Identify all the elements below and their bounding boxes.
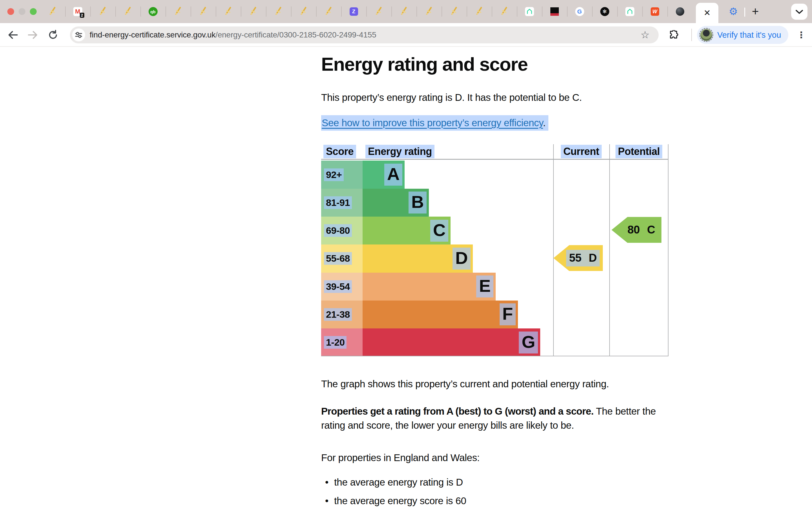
active-tab[interactable]: ✕ xyxy=(696,3,718,23)
pinned-tab-home-teal[interactable] xyxy=(517,0,542,23)
gold-glyph-icon xyxy=(500,7,509,16)
pinned-tab-settings-gear[interactable]: ⚙ xyxy=(722,0,744,23)
tab-close-icon[interactable]: ✕ xyxy=(703,9,711,17)
pinned-tab-wave[interactable]: W xyxy=(642,0,667,23)
epc-score-range-cell: 69-80 xyxy=(321,217,363,244)
pinned-tab-chatgpt[interactable]: ✻ xyxy=(592,0,617,23)
pinned-tab-gold-glyph[interactable] xyxy=(366,0,391,23)
pinned-tab-gold-glyph[interactable] xyxy=(241,0,266,23)
profile-verify-button[interactable]: Verify that it's you xyxy=(697,26,788,44)
dark-sphere-icon xyxy=(675,7,685,16)
gold-glyph-icon xyxy=(449,7,459,16)
pinned-tab-gold-glyph[interactable] xyxy=(90,0,115,23)
epc-band-row-A: 92+A xyxy=(321,161,668,188)
pinned-tab-gold-glyph[interactable] xyxy=(165,0,191,23)
chatgpt-icon: ✻ xyxy=(600,7,610,16)
window-close-button[interactable] xyxy=(7,8,14,15)
epc-score-range: 81-91 xyxy=(324,196,352,209)
site-settings-button[interactable] xyxy=(72,29,85,41)
gold-glyph-icon xyxy=(424,7,434,16)
pinned-tab-gold-glyph[interactable] xyxy=(115,0,140,23)
epc-band-letter: A xyxy=(384,164,402,186)
pinned-tab-gold-glyph[interactable] xyxy=(40,0,65,23)
tab-search-button[interactable] xyxy=(791,4,808,20)
avatar xyxy=(699,28,713,42)
z-app-icon: Z xyxy=(349,7,359,16)
pinned-tab-gold-glyph[interactable] xyxy=(391,0,416,23)
gold-glyph-icon xyxy=(123,7,133,16)
pinned-tab-gold-glyph[interactable] xyxy=(416,0,442,23)
epc-score-range: 69-80 xyxy=(324,224,352,237)
epc-column-divider xyxy=(553,144,554,356)
home-teal-icon xyxy=(525,7,534,16)
epc-band-bar-B: B xyxy=(363,189,429,217)
gmail-icon: M2 xyxy=(73,7,83,16)
improve-link-line: See how to improve this property’s energ… xyxy=(321,117,812,128)
window-minimize-button[interactable] xyxy=(18,8,26,15)
pinned-tab-black-red[interactable] xyxy=(542,0,567,23)
pinned-tab-gmail[interactable]: M2 xyxy=(65,0,90,23)
epc-band-letter: B xyxy=(409,191,426,214)
black-red-icon xyxy=(550,7,559,16)
reload-icon xyxy=(48,30,58,40)
window-controls xyxy=(7,8,37,15)
back-arrow-icon xyxy=(8,31,18,40)
pinned-tab-quickbooks[interactable]: qb xyxy=(140,0,165,23)
list-item: the average energy rating is D xyxy=(321,476,812,489)
epc-band-bar-F: F xyxy=(363,300,518,328)
pinned-tab-gold-glyph[interactable] xyxy=(291,0,316,23)
pinned-tab-gold-glyph[interactable] xyxy=(492,0,517,23)
back-button[interactable] xyxy=(5,27,21,43)
epc-score-range-cell: 92+ xyxy=(321,161,363,188)
pinned-tab-gold-glyph[interactable] xyxy=(266,0,291,23)
browser-menu-button[interactable]: ⋮ xyxy=(795,27,808,43)
epc-col-header-potential: Potential xyxy=(609,144,668,159)
bookmark-star-icon[interactable]: ☆ xyxy=(639,29,651,41)
england-wales-line: For properties in England and Wales: xyxy=(321,452,812,463)
epc-col-header-current: Current xyxy=(553,144,609,159)
verify-label: Verify that it's you xyxy=(717,31,781,40)
epc-band-row-G: 1-20G xyxy=(321,328,668,356)
list-item: the average energy score is 60 xyxy=(321,494,812,507)
ratings-explainer-bold: Properties get a rating from A (best) to… xyxy=(321,406,594,416)
epc-score-range-cell: 21-38 xyxy=(321,300,363,328)
potential-letter: C xyxy=(647,223,655,236)
current-score: 55 xyxy=(569,251,581,264)
ratings-explainer: Properties get a rating from A (best) to… xyxy=(321,404,668,432)
epc-col-header-rating: Energy rating xyxy=(365,144,435,159)
pinned-tab-gold-glyph[interactable] xyxy=(467,0,492,23)
pinned-tab-gold-glyph[interactable] xyxy=(216,0,241,23)
page-content: Energy rating and score This property’s … xyxy=(0,47,812,507)
gold-glyph-icon xyxy=(324,7,334,16)
extensions-button[interactable] xyxy=(667,28,680,42)
forward-button[interactable] xyxy=(25,27,41,43)
improve-efficiency-link[interactable]: See how to improve this property’s energ… xyxy=(322,117,543,128)
avatar-sync-ring xyxy=(699,28,713,42)
pinned-tab-google[interactable]: G xyxy=(567,0,592,23)
pinned-tab-home-teal[interactable] xyxy=(617,0,642,23)
epc-band-row-D: 55-68D xyxy=(321,244,668,272)
epc-col-header-score: Score xyxy=(323,144,356,159)
browser-tab-strip: M2qbZG✻W ✕ + ⚙ xyxy=(0,0,812,23)
gold-glyph-icon xyxy=(173,7,183,16)
epc-band-rows: 92+A81-91B69-80C55-68D39-54E21-38F1-20G xyxy=(321,161,668,356)
window-zoom-button[interactable] xyxy=(30,8,37,15)
reload-button[interactable] xyxy=(45,27,61,43)
pinned-tab-gold-glyph[interactable] xyxy=(316,0,341,23)
epc-band-row-B: 81-91B xyxy=(321,189,668,217)
pinned-tab-gold-glyph[interactable] xyxy=(442,0,467,23)
url-text[interactable]: find-energy-certificate.service.gov.uk/e… xyxy=(90,31,376,40)
pinned-tab-gold-glyph[interactable] xyxy=(191,0,216,23)
epc-band-letter: C xyxy=(430,220,448,242)
intro-paragraph: This property’s energy rating is D. It h… xyxy=(321,92,812,103)
epc-score-range: 55-68 xyxy=(324,252,352,265)
pinned-tab-dark-sphere[interactable] xyxy=(667,0,693,23)
epc-score-range-cell: 81-91 xyxy=(321,189,363,217)
new-tab-button[interactable]: + xyxy=(748,4,763,19)
address-bar[interactable]: find-energy-certificate.service.gov.uk/e… xyxy=(70,26,659,43)
epc-score-range: 92+ xyxy=(324,168,344,181)
energy-rating-graph: Score Energy rating Current Potential 92… xyxy=(321,144,668,356)
pinned-tab-z-app[interactable]: Z xyxy=(341,0,366,23)
epc-column-divider xyxy=(609,144,610,356)
epc-band-row-E: 39-54E xyxy=(321,273,668,300)
